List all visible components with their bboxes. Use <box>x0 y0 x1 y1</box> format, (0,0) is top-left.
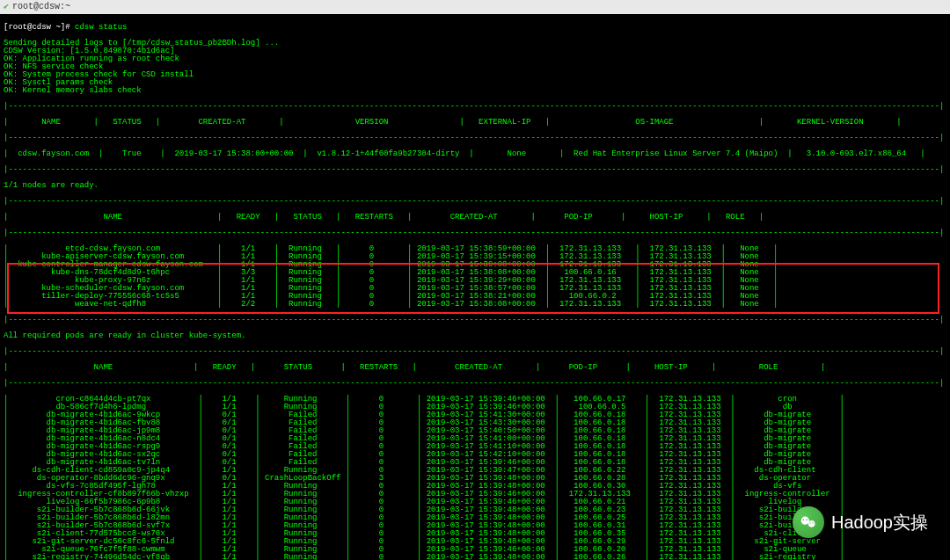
shell-prompt: [root@cdsw ~]# <box>4 23 70 32</box>
table-row: | weave-net-qdfh8 | 2/2 | Running | 0 | … <box>4 301 946 309</box>
svg-point-3 <box>806 520 807 520</box>
table2-footer: All required pods are ready in cluster k… <box>4 332 946 340</box>
ruler: |---------------------------------------… <box>4 103 946 111</box>
command: cdsw status <box>70 23 128 32</box>
table-row: | s2i-registry-74496d54dc-vf8qb | 1/1 | … <box>4 554 946 560</box>
table2-header: | NAME | READY | STATUS | RESTARTS | CRE… <box>4 214 946 222</box>
svg-point-4 <box>809 522 810 523</box>
ruler: |---------------------------------------… <box>4 166 946 174</box>
table3-header: | NAME | READY | STATUS | RESTARTS | CRE… <box>4 364 946 372</box>
status-line: OK: Sysctl params check <box>4 79 946 87</box>
ruler: |---------------------------------------… <box>4 135 946 142</box>
table1-footer: 1/1 nodes are ready. <box>4 182 946 190</box>
ruler: |---------------------------------------… <box>4 316 946 324</box>
table1-row: | cdsw.fayson.com | True | 2019-03-17 15… <box>4 150 946 158</box>
ruler: |---------------------------------------… <box>4 348 946 356</box>
status-line: OK: Kernel memory slabs check <box>4 87 946 95</box>
svg-point-0 <box>801 517 809 525</box>
status-line: OK: System process check for CSD install <box>4 71 946 79</box>
ruler: |---------------------------------------… <box>4 198 946 206</box>
svg-point-5 <box>812 522 813 523</box>
wechat-watermark: Hadoop实操 <box>793 506 928 538</box>
wechat-text: Hadoop实操 <box>831 513 928 531</box>
svg-point-2 <box>803 520 804 520</box>
svg-point-1 <box>808 520 815 527</box>
table1-header: | NAME | STATUS | CREATED-AT | VERSION |… <box>4 119 946 127</box>
ruler: |---------------------------------------… <box>4 229 946 237</box>
check-icon: ✔ <box>4 3 9 11</box>
window-title: root@cdsw:~ <box>12 3 70 11</box>
wechat-icon <box>793 506 824 538</box>
ruler: |---------------------------------------… <box>4 380 946 388</box>
status-line: OK: Application running as root check <box>4 55 946 63</box>
window-titlebar: ✔ root@cdsw:~ <box>0 0 950 14</box>
terminal-output[interactable]: [root@cdsw ~]# cdsw status Sending detai… <box>0 14 950 560</box>
